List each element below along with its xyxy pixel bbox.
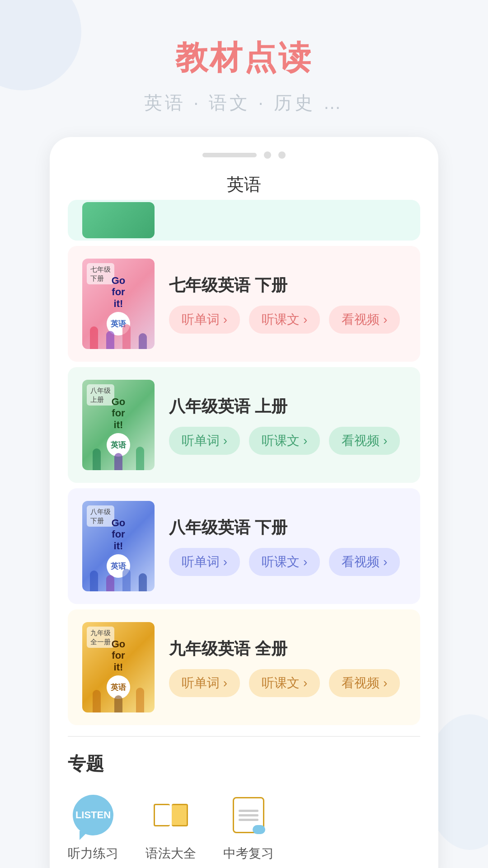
phone-dot-1: [264, 151, 271, 159]
book-actions-7down: 听单词 听课文 看视频: [169, 306, 406, 334]
book-card-8down[interactable]: 八年级下册 英语 Goforit! 八年级英语 下册 听单词 听课文: [68, 488, 420, 604]
cover-gfi-text-7down: Goforit!: [112, 275, 126, 309]
cover-gfi-text-8up: Goforit!: [112, 396, 126, 430]
btn-8down-text[interactable]: 听课文: [249, 548, 320, 576]
cover-grade-badge-7down: 七年级下册: [87, 263, 114, 284]
book-info-7down: 七年级英语 下册 听单词 听课文 看视频: [169, 274, 406, 334]
review-line-3: [239, 819, 258, 821]
cover-gfi-text-8down: Goforit!: [112, 517, 126, 552]
listen-icon: LISTEN: [70, 793, 116, 838]
book-actions-8up: 听单词 听课文 看视频: [169, 427, 406, 455]
special-label-review: 中考复习: [223, 845, 274, 862]
phone-frame: 英语 七年级下册 英语 Goforit!: [50, 137, 438, 868]
grammar-icon: [148, 793, 193, 838]
page-title: 教材点读: [175, 36, 313, 80]
special-item-listen[interactable]: LISTEN 听力练习: [68, 793, 118, 862]
btn-8up-words[interactable]: 听单词: [169, 427, 240, 455]
special-item-grammar[interactable]: 语法大全: [145, 793, 196, 862]
book-cover-8up: 八年级上册 英语 Goforit!: [82, 380, 155, 470]
book-card-7down[interactable]: 七年级下册 英语 Goforit! 七年级英语 下册 听单词 听课文: [68, 246, 420, 362]
cover-gfi-text-9full: Goforit!: [112, 638, 126, 673]
grammar-book-icon: [154, 804, 188, 826]
cover-figures-7down: [82, 313, 155, 349]
book-cover-8down: 八年级下册 英语 Goforit!: [82, 501, 155, 591]
cover-grade-badge-8down: 八年级下册: [87, 505, 114, 527]
section-english-title: 英语: [50, 166, 438, 200]
phone-topbar: [50, 151, 438, 159]
book-title-7down: 七年级英语 下册: [169, 274, 406, 297]
btn-8up-text[interactable]: 听课文: [249, 427, 320, 455]
cover-figures-9full: [82, 676, 155, 712]
cover-grade-badge-9full: 九年级全一册: [87, 627, 114, 648]
page-subtitle: 英语 · 语文 · 历史 …: [144, 90, 344, 115]
btn-7down-words[interactable]: 听单词: [169, 306, 240, 334]
section-divider: [68, 736, 420, 737]
special-section: 专题 LISTEN 听力练习 语法大全: [50, 751, 438, 868]
grammar-page-left: [154, 804, 170, 826]
btn-8down-words[interactable]: 听单词: [169, 548, 240, 576]
btn-9full-video[interactable]: 看视频: [329, 669, 400, 697]
book-title-9full: 九年级英语 全册: [169, 638, 406, 660]
review-cloud: [253, 825, 265, 834]
special-label-listen: 听力练习: [68, 845, 118, 862]
book-cover-7down: 七年级下册 英语 Goforit!: [82, 259, 155, 349]
book-info-8up: 八年级英语 上册 听单词 听课文 看视频: [169, 396, 406, 455]
page-container: 教材点读 英语 · 语文 · 历史 … 英语 七年级下册 英语 Gof: [0, 0, 488, 868]
book-card-partial[interactable]: [68, 200, 420, 241]
phone-notch: [202, 153, 257, 157]
book-card-9full[interactable]: 九年级全一册 英语 Goforit! 九年级英语 全册 听单词 听课文 看视频: [68, 609, 420, 725]
special-item-review[interactable]: 中考复习: [223, 793, 274, 862]
book-card-8up[interactable]: 八年级上册 英语 Goforit! 八年级英语 上册 听单词 听课文 看视频: [68, 367, 420, 483]
book-info-8down: 八年级英语 下册 听单词 听课文 看视频: [169, 517, 406, 576]
book-actions-8down: 听单词 听课文 看视频: [169, 548, 406, 576]
special-section-title: 专题: [68, 751, 420, 776]
btn-8down-video[interactable]: 看视频: [329, 548, 400, 576]
book-title-8up: 八年级英语 上册: [169, 396, 406, 418]
grammar-page-right: [172, 804, 188, 826]
cover-figures-8down: [82, 555, 155, 591]
book-title-8down: 八年级英语 下册: [169, 517, 406, 539]
review-line-2: [239, 814, 258, 816]
book-cover-9full: 九年级全一册 英语 Goforit!: [82, 622, 155, 712]
btn-8up-video[interactable]: 看视频: [329, 427, 400, 455]
btn-7down-text[interactable]: 听课文: [249, 306, 320, 334]
btn-9full-words[interactable]: 听单词: [169, 669, 240, 697]
cover-grade-badge-8up: 八年级上册: [87, 384, 114, 406]
cover-figures-8up: [82, 434, 155, 470]
book-cover-partial: [82, 202, 155, 238]
book-actions-9full: 听单词 听课文 看视频: [169, 669, 406, 697]
review-icon: [226, 793, 271, 838]
review-line-1: [239, 810, 258, 812]
special-label-grammar: 语法大全: [145, 845, 196, 862]
cover-partial-green-bg: [82, 202, 155, 238]
special-grid: LISTEN 听力练习 语法大全: [68, 793, 420, 868]
phone-dot-2: [278, 151, 286, 159]
btn-9full-text[interactable]: 听课文: [249, 669, 320, 697]
listen-bubble: LISTEN: [73, 795, 113, 835]
btn-7down-video[interactable]: 看视频: [329, 306, 400, 334]
review-doc-icon: [233, 797, 264, 833]
book-list: 七年级下册 英语 Goforit! 七年级英语 下册 听单词 听课文: [50, 200, 438, 725]
book-info-9full: 九年级英语 全册 听单词 听课文 看视频: [169, 638, 406, 697]
